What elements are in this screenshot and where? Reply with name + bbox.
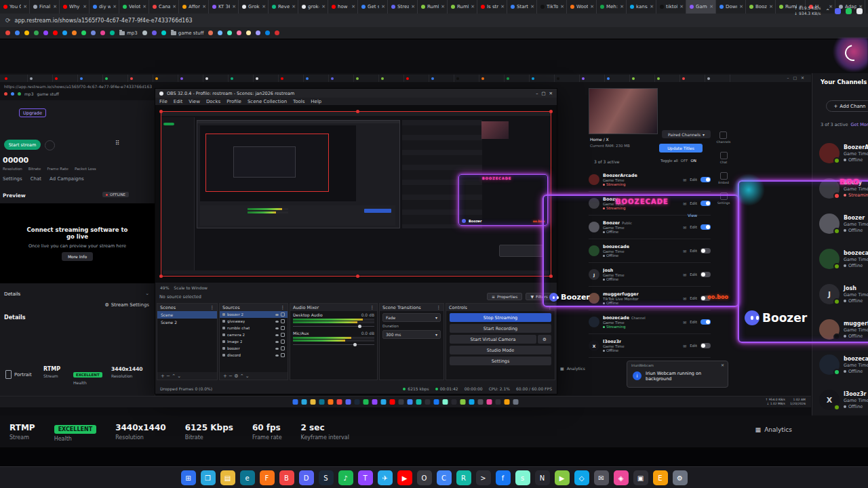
bookmark-favicon[interactable] <box>142 30 147 35</box>
bookmark-favicon[interactable] <box>72 30 77 35</box>
browser-tab[interactable]: You C ✕ <box>0 0 30 14</box>
taskbar-app-icon[interactable]: B <box>279 470 294 485</box>
stop-streaming-button[interactable]: Stop Streaming <box>450 313 551 322</box>
channel-row[interactable]: X l3ooz3r Game Time Offline <box>812 382 868 418</box>
browser-tab[interactable]: TikTok ✕ <box>537 0 567 14</box>
tab-close-icon[interactable]: ✕ <box>769 4 773 9</box>
rail-item[interactable]: Chat <box>720 152 728 164</box>
tab-close-icon[interactable]: ✕ <box>321 4 326 9</box>
visibility-eye-icon[interactable] <box>275 334 279 336</box>
paired-channel-row[interactable]: BoozerPublic Game Time Offline ✉ Edit <box>589 216 711 239</box>
obs-menu-item[interactable]: Scene Collection <box>248 99 287 104</box>
taskbar-app-icon[interactable]: f <box>496 470 511 485</box>
dock-menu-icon[interactable]: ⋮ <box>548 305 553 310</box>
paired-channel-row[interactable]: BoozerArcade Game Time Streaming ✉ Edit <box>589 168 711 192</box>
browser-tab[interactable]: Start l ✕ <box>507 0 537 14</box>
lock-icon[interactable] <box>281 333 285 337</box>
mail-icon[interactable]: ✉ <box>683 272 686 277</box>
mail-icon[interactable]: ✉ <box>683 344 686 348</box>
browser-tab[interactable]: Afford ✕ <box>179 0 209 14</box>
taskbar-app-icon[interactable]: ◈ <box>614 470 629 485</box>
tab-close-icon[interactable]: ✕ <box>83 4 87 9</box>
browser-tab[interactable]: Woot ✕ <box>567 0 597 14</box>
details-row-label[interactable]: Details <box>4 291 20 297</box>
obs-menu-item[interactable]: View <box>189 99 200 104</box>
tab-close-icon[interactable]: ✕ <box>351 4 355 9</box>
panel-tab[interactable]: Chat <box>31 176 41 182</box>
taskbar-app-icon[interactable]: ⊞ <box>181 470 196 485</box>
channel-row[interactable]: BoozerArcade Game Time Offline <box>812 136 868 171</box>
lock-icon[interactable] <box>281 353 285 357</box>
selection-handle[interactable] <box>356 110 359 113</box>
channel-toggle[interactable] <box>701 224 711 230</box>
channel-row[interactable]: Boozer Game Time Offline <box>812 206 868 241</box>
edit-link[interactable]: Edit <box>690 225 697 229</box>
bookmark-favicon[interactable] <box>218 30 222 35</box>
bookmark-favicon[interactable] <box>91 30 96 35</box>
tab-close-icon[interactable]: ✕ <box>381 4 385 9</box>
taskbar-app-icon[interactable]: s <box>515 470 530 485</box>
sources-dock-footer[interactable]: + − ⚙ ⌃ ⌄ <box>220 372 288 380</box>
browser-tab[interactable]: how d ✕ <box>328 0 358 14</box>
browser-tab[interactable]: Reven ✕ <box>269 0 298 14</box>
toggle-all-control[interactable]: Toggle all OFF ON <box>660 159 696 163</box>
source-item[interactable]: discord <box>220 352 288 359</box>
edit-link[interactable]: Edit <box>690 249 697 253</box>
source-item[interactable]: Image 2 <box>220 338 288 345</box>
properties-button[interactable]: ≡ Properties <box>487 293 522 300</box>
zoom-level[interactable]: 49% <box>160 285 169 290</box>
tab-close-icon[interactable]: ✕ <box>620 4 624 9</box>
channel-toggle[interactable] <box>701 177 711 182</box>
channel-toggle[interactable] <box>701 296 711 301</box>
browser-tab[interactable]: Meh: ✕ <box>597 0 627 14</box>
browser-tab[interactable]: Grok ✕ <box>239 0 269 14</box>
obs-menu-item[interactable]: Profile <box>226 99 241 104</box>
taskbar-app-icon[interactable]: F <box>260 470 275 485</box>
tab-close-icon[interactable]: ✕ <box>411 4 415 9</box>
dock-menu-icon[interactable]: ⋮ <box>437 305 441 310</box>
mail-icon[interactable]: ✉ <box>683 178 686 182</box>
taskbar-app-icon[interactable]: T <box>358 470 373 485</box>
obs-menu-item[interactable]: Edit <box>174 99 183 104</box>
channel-toggle[interactable] <box>701 343 711 348</box>
lock-icon[interactable] <box>281 312 285 317</box>
taskbar-app-icon[interactable]: e <box>240 470 255 485</box>
taskbar-app-icon[interactable]: ✉ <box>594 470 609 485</box>
rail-item[interactable]: Embed <box>718 172 729 184</box>
tray-obs-icon[interactable] <box>856 8 863 14</box>
bookmark-favicon[interactable] <box>152 30 157 35</box>
bookmark-favicon[interactable] <box>237 30 241 35</box>
source-item[interactable]: giveaway <box>220 318 288 325</box>
taskbar-app-icon[interactable]: ⚙ <box>673 470 688 485</box>
obs-menu-item[interactable]: Docks <box>206 99 220 104</box>
bookmark-favicon[interactable] <box>208 30 213 35</box>
panel-tab[interactable]: Settings <box>3 176 22 182</box>
taskbar-app-icon[interactable]: ◇ <box>574 470 589 485</box>
channel-row[interactable]: Boozy Game Time Streaming <box>812 171 868 206</box>
obs-menu-item[interactable]: Help <box>311 99 321 104</box>
tab-close-icon[interactable]: ✕ <box>500 4 505 9</box>
paired-channel-row[interactable]: boozecade Game Time Offline ✉ Edit <box>589 239 711 263</box>
channel-row[interactable]: boozecade Game Time Offline <box>812 347 868 382</box>
browser-tab[interactable]: Final ✕ <box>30 0 60 14</box>
taskbar-app-icon[interactable]: ❒ <box>201 470 216 485</box>
edit-link[interactable]: Edit <box>690 296 697 300</box>
scene-item[interactable]: Scene 2 <box>157 319 217 326</box>
tab-close-icon[interactable]: ✕ <box>679 4 684 9</box>
browser-tab[interactable]: Stream ✕ <box>388 0 418 14</box>
visibility-eye-icon[interactable] <box>275 354 279 357</box>
bookmark-favicon[interactable] <box>275 30 279 35</box>
bookmark-favicon[interactable] <box>5 30 10 35</box>
stream-settings-link[interactable]: ⚙ Stream Settings <box>104 302 149 308</box>
source-item[interactable]: boozer <box>220 345 288 352</box>
bookmark-favicon[interactable] <box>43 30 48 35</box>
mail-icon[interactable]: ✉ <box>683 249 686 253</box>
tray-chevron-up-icon[interactable]: ⌃ <box>825 8 830 14</box>
details-chevron-icon[interactable]: ⌄ <box>145 291 149 296</box>
taskbar-app-icon[interactable]: S <box>319 470 334 485</box>
bookmark-favicon[interactable] <box>34 30 39 35</box>
taskbar-app-icon[interactable]: D <box>299 470 314 485</box>
visibility-eye-icon[interactable] <box>275 327 279 329</box>
obs-settings-button[interactable]: Settings <box>450 357 551 365</box>
taskbar-app-icon[interactable]: ♪ <box>338 470 353 485</box>
